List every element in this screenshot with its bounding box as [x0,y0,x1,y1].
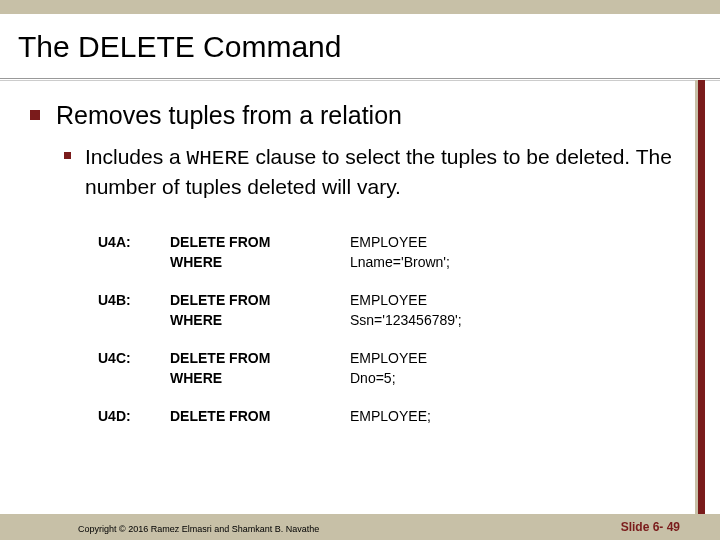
sql-statement: U4B:DELETE FROMEMPLOYEEWHERESsn='1234567… [98,292,658,328]
sql-argument: EMPLOYEE; [350,408,658,424]
square-bullet-icon [64,152,71,159]
statement-id [98,370,170,386]
sql-examples: U4A:DELETE FROMEMPLOYEEWHERELname='Brown… [98,234,658,446]
sql-argument: EMPLOYEE [350,350,658,366]
statement-id: U4C: [98,350,170,366]
statement-id: U4A: [98,234,170,250]
top-bar [0,0,720,14]
bullet2-code: WHERE [187,147,250,170]
sql-argument: Lname='Brown'; [350,254,658,270]
sql-keyword: DELETE FROM [170,292,350,308]
statement-id: U4B: [98,292,170,308]
divider-line [0,78,720,79]
sql-keyword: DELETE FROM [170,350,350,366]
sql-keyword: WHERE [170,312,350,328]
bullet-level1: Removes tuples from a relation [30,100,680,131]
sql-keyword: WHERE [170,254,350,270]
slide: The DELETE Command Removes tuples from a… [0,0,720,540]
statement-id [98,254,170,270]
bullet-level2: Includes a WHERE clause to select the tu… [64,143,680,200]
sql-argument: EMPLOYEE [350,234,658,250]
right-accent-bar-inner [695,80,698,540]
sql-keyword: DELETE FROM [170,234,350,250]
sql-argument: Dno=5; [350,370,658,386]
statement-id [98,312,170,328]
bullet1-text: Removes tuples from a relation [56,100,402,131]
divider-line-shadow [0,80,720,81]
square-bullet-icon [30,110,40,120]
body-content: Removes tuples from a relation Includes … [30,100,680,208]
sql-statement: U4C:DELETE FROMEMPLOYEEWHEREDno=5; [98,350,658,386]
sql-statement: U4D:DELETE FROMEMPLOYEE; [98,408,658,424]
title-wrap: The DELETE Command [18,30,702,64]
slide-number: Slide 6- 49 [621,520,680,534]
sql-argument: Ssn='123456789'; [350,312,658,328]
bullet2-text: Includes a WHERE clause to select the tu… [85,143,680,200]
copyright-text: Copyright © 2016 Ramez Elmasri and Shamk… [78,524,319,534]
sql-argument: EMPLOYEE [350,292,658,308]
right-accent-bar [695,80,705,540]
sql-statement: U4A:DELETE FROMEMPLOYEEWHERELname='Brown… [98,234,658,270]
slide-title: The DELETE Command [18,30,702,64]
statement-id: U4D: [98,408,170,424]
sql-keyword: DELETE FROM [170,408,350,424]
sql-keyword: WHERE [170,370,350,386]
bullet2-part-a: Includes a [85,145,187,168]
